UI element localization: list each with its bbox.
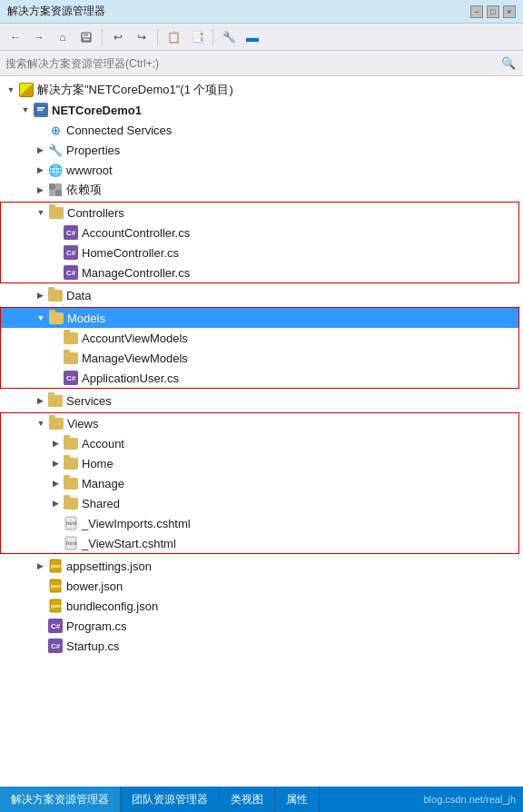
watermark: blog.csdn.net/real_jh [423,794,523,805]
tab-class[interactable]: 类视图 [220,787,275,812]
manage-folder-expand[interactable] [48,479,63,488]
undo-btn[interactable]: ↩ [108,27,128,47]
view-start-label: _ViewStart.cshtml [82,537,176,550]
account-folder-row[interactable]: Account [1,433,518,453]
manage-vm-label: ManageViewModels [82,352,188,365]
bundle-label: bundleconfig.json [66,599,158,613]
home-btn[interactable]: ⌂ [53,27,73,47]
services-expand[interactable] [33,396,47,405]
views-expand[interactable] [34,419,48,428]
wwwroot-expand[interactable] [33,165,47,174]
controllers-expand[interactable] [34,208,48,217]
manage-vm-row[interactable]: ManageViewModels [1,348,518,368]
manage-ctrl-row[interactable]: C# ManageController.cs [1,262,518,282]
program-label: Program.cs [66,619,126,633]
toolbar: ← → ⌂ ↩ ↪ 📋 📑 🔧 ▬ [0,24,523,51]
controllers-label: Controllers [67,206,124,220]
shared-folder-label: Shared [82,497,120,510]
settings-btn[interactable]: 🔧 [219,27,239,47]
account-ctrl-row[interactable]: C# AccountController.cs [1,223,518,243]
wwwroot-row[interactable]: 🌐 wwwroot [0,160,523,180]
svg-rect-8 [49,190,55,196]
models-expand[interactable] [34,313,48,322]
appsettings-expand[interactable] [33,561,47,570]
deps-label: 依赖项 [66,182,102,198]
close-btn[interactable]: × [503,5,516,18]
svg-rect-2 [83,38,90,41]
project-expand[interactable] [18,105,33,114]
home-folder-expand[interactable] [48,459,63,468]
minimize-btn[interactable]: − [470,5,483,18]
connected-label: Connected Services [66,124,172,137]
shared-folder-row[interactable]: Shared [1,493,518,513]
appsettings-row[interactable]: json appsettings.json [0,556,523,576]
wwwroot-label: wwwroot [66,163,113,177]
svg-text:json: json [50,563,63,569]
svg-text:html: html [66,540,76,546]
redo-btn[interactable]: ↪ [132,27,152,47]
manage-folder-row[interactable]: Manage [1,473,518,493]
pin-btn[interactable]: □ [487,5,499,18]
separator3 [212,29,213,45]
tab-team[interactable]: 团队资源管理器 [121,787,220,812]
data-expand[interactable] [33,291,47,300]
account-folder-label: Account [82,437,124,451]
title-bar-controls[interactable]: − □ × [470,5,516,18]
view-start-row[interactable]: html _ViewStart.cshtml [1,533,518,553]
forward-btn[interactable]: → [29,27,49,47]
deps-expand[interactable] [33,185,47,194]
account-vm-label: AccountViewModels [82,332,188,345]
home-ctrl-label: HomeController.cs [82,246,179,260]
tab-properties[interactable]: 属性 [275,787,320,812]
bundle-row[interactable]: json bundleconfig.json [0,596,523,616]
title-bar-text: 解决方案资源管理器 [7,4,105,19]
copy-btn[interactable]: 📋 [163,27,183,47]
search-bar: 🔍 [0,51,523,76]
connected-services-row[interactable]: ⊕ Connected Services [0,120,523,140]
properties-expand[interactable] [33,145,47,154]
services-row[interactable]: Services [0,391,523,411]
home-ctrl-row[interactable]: C# HomeController.cs [1,243,518,262]
svg-text:html: html [66,520,76,526]
svg-rect-6 [49,183,55,190]
paste-btn[interactable]: 📑 [187,27,207,47]
properties-row[interactable]: 🔧 Properties [0,140,523,160]
bower-row[interactable]: json bower.json [0,576,523,596]
back-btn[interactable]: ← [5,27,25,47]
bower-label: bower.json [66,579,123,593]
solution-expand[interactable] [4,85,18,94]
shared-folder-expand[interactable] [48,499,63,508]
models-group: Models AccountViewModels ManageViewModel… [0,307,519,389]
home-folder-row[interactable]: Home [1,453,518,473]
app-user-row[interactable]: C# ApplicationUser.cs [1,368,518,388]
status-bar: 解决方案资源管理器 团队资源管理器 类视图 属性 blog.csdn.net/r… [0,787,523,812]
tab-solution-label: 解决方案资源管理器 [11,792,109,807]
svg-rect-9 [55,190,62,196]
data-row[interactable]: Data [0,285,523,305]
program-row[interactable]: C# Program.cs [0,616,523,636]
search-icon[interactable]: 🔍 [499,54,518,73]
tab-solution-explorer[interactable]: 解决方案资源管理器 [0,787,121,812]
svg-rect-7 [55,183,62,190]
solution-row[interactable]: 解决方案"NETCoreDemo1"(1 个项目) [0,80,523,100]
view-imports-row[interactable]: html _ViewImports.cshtml [1,513,518,533]
manage-folder-label: Manage [82,477,124,490]
controllers-group: Controllers C# AccountController.cs C# H… [0,202,519,283]
save-btn[interactable] [76,27,96,47]
tab-class-label: 类视图 [231,792,263,807]
search-input[interactable] [5,57,499,70]
deps-row[interactable]: 依赖项 [0,180,523,200]
appsettings-label: appsettings.json [66,559,152,573]
services-label: Services [66,394,112,408]
views-group: Views Account Home Manage [0,412,519,554]
startup-row[interactable]: C# Startup.cs [0,636,523,656]
account-folder-expand[interactable] [48,439,63,448]
models-row[interactable]: Models [1,308,518,328]
controllers-row[interactable]: Controllers [1,203,518,223]
account-vm-row[interactable]: AccountViewModels [1,328,518,348]
project-row[interactable]: NETCoreDemo1 [0,100,523,120]
account-ctrl-label: AccountController.cs [82,226,190,240]
pin-window-btn[interactable]: ▬ [242,27,262,47]
separator2 [157,29,158,45]
views-row[interactable]: Views [1,413,518,433]
